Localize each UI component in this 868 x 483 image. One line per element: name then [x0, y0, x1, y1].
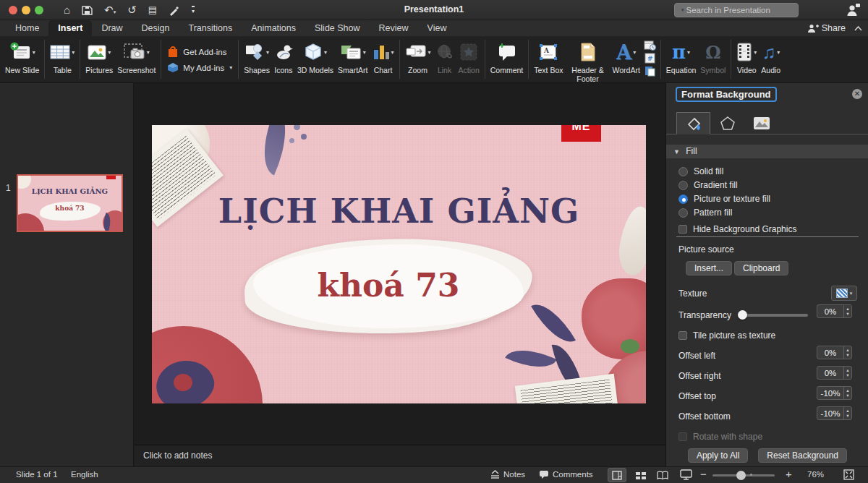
my-add-ins-button[interactable]: My Add-ins ▾: [167, 62, 232, 73]
minimize-window-button[interactable]: [22, 6, 30, 14]
zoom-slider-knob[interactable]: [736, 471, 746, 480]
3d-models-button[interactable]: ▾ 3D Models: [295, 38, 336, 75]
notes-toggle-button[interactable]: Notes: [490, 470, 525, 479]
tab-review[interactable]: Review: [370, 20, 418, 36]
search-box[interactable]: ▾: [674, 3, 799, 17]
checkbox-icon: [678, 225, 687, 234]
notes-area[interactable]: Click to add notes: [135, 445, 665, 466]
undo-button[interactable]: ↶▾: [104, 2, 116, 18]
shapes-button[interactable]: ▾ Shapes: [242, 38, 272, 75]
collapse-ribbon-icon[interactable]: [854, 26, 862, 31]
save-icon[interactable]: [82, 5, 93, 16]
table-button[interactable]: ▾ Table: [48, 38, 77, 75]
picture-source-label: Picture source: [678, 244, 734, 255]
offset-right-stepper[interactable]: 0%▲▼: [817, 366, 852, 380]
text-box-button[interactable]: A Text Box: [532, 38, 565, 75]
tile-picture-checkbox[interactable]: Tile picture as texture: [678, 330, 775, 341]
comment-button[interactable]: Comment: [488, 38, 526, 75]
tab-insert[interactable]: Insert: [48, 20, 92, 36]
insert-picture-button[interactable]: Insert...: [686, 261, 732, 275]
panel-divider: [676, 236, 859, 237]
hide-background-graphics-checkbox[interactable]: Hide Background Graphics: [678, 223, 796, 235]
transparency-stepper[interactable]: 0% ▲▼: [817, 304, 852, 318]
slide-subtitle-text[interactable]: khoá 73: [244, 267, 532, 304]
search-scope-arrow-icon[interactable]: ▾: [681, 7, 684, 13]
texture-label: Texture: [678, 288, 707, 299]
share-button[interactable]: Share: [807, 23, 846, 33]
comments-toggle-button[interactable]: Comments: [539, 470, 593, 479]
stepper-arrows-icon[interactable]: ▲▼: [843, 346, 851, 359]
video-button[interactable]: ▾ Video: [734, 38, 759, 75]
notes-placeholder: Click to add notes: [143, 450, 665, 461]
slide[interactable]: ME LỊCH KHAI GIẢNG khoá 73: [152, 125, 646, 403]
icons-button[interactable]: Icons: [272, 38, 295, 75]
stepper-arrows-icon[interactable]: ▲▼: [843, 407, 851, 419]
maximize-window-button[interactable]: [35, 6, 43, 14]
fit-to-window-button[interactable]: [843, 469, 854, 482]
pictures-button[interactable]: ▾ Pictures: [83, 38, 115, 75]
offset-left-stepper[interactable]: 0%▲▼: [817, 346, 852, 359]
slide-title-text[interactable]: LỊCH KHAI GIẢNG: [152, 192, 646, 231]
language-label[interactable]: English: [71, 470, 98, 479]
zoom-button[interactable]: ▾ Zoom: [403, 38, 433, 75]
account-icon[interactable]: [846, 3, 861, 17]
search-input[interactable]: [686, 6, 798, 14]
zoom-in-button[interactable]: +: [786, 468, 792, 480]
slide-number-icon[interactable]: #: [644, 53, 656, 64]
offset-top-stepper[interactable]: -10%▲▼: [817, 386, 852, 400]
slide-layout-icon[interactable]: ▤: [148, 2, 157, 18]
redo-button[interactable]: ↺: [127, 2, 137, 18]
tab-picture[interactable]: [744, 112, 778, 134]
clipboard-button[interactable]: Clipboard: [734, 261, 788, 275]
get-add-ins-button[interactable]: Get Add-ins: [167, 46, 232, 58]
chart-button[interactable]: ▾ Chart: [370, 38, 396, 75]
tab-animations[interactable]: Animations: [242, 20, 305, 36]
slide-sorter-view-button[interactable]: [631, 468, 650, 482]
stepper-arrows-icon[interactable]: ▲▼: [843, 367, 851, 379]
tab-design[interactable]: Design: [132, 20, 179, 36]
fill-section-header[interactable]: ▼ Fill: [666, 145, 868, 158]
tab-fill[interactable]: [676, 112, 710, 134]
tab-view[interactable]: View: [418, 20, 456, 36]
texture-dropdown[interactable]: ▾: [831, 286, 857, 301]
apply-to-all-button[interactable]: Apply to All: [688, 448, 748, 463]
date-time-icon[interactable]: [644, 40, 656, 51]
tab-draw[interactable]: Draw: [92, 20, 132, 36]
header-footer-button[interactable]: Header & Footer: [566, 38, 610, 84]
fill-option-solid[interactable]: Solid fill: [678, 166, 723, 177]
home-icon[interactable]: ⌂: [64, 2, 70, 18]
normal-view-button[interactable]: [608, 468, 626, 482]
stepper-arrows-icon[interactable]: ▲▼: [843, 305, 851, 317]
screenshot-button[interactable]: ▾ Screenshot: [115, 38, 158, 75]
tab-transitions[interactable]: Transitions: [179, 20, 242, 36]
tab-effects[interactable]: [710, 112, 744, 134]
offset-bottom-stepper[interactable]: -10%▲▼: [817, 406, 852, 420]
slider-knob[interactable]: [738, 310, 747, 320]
stepper-arrows-icon[interactable]: ▲▼: [843, 387, 851, 399]
transparency-slider[interactable]: [739, 314, 808, 317]
new-slide-button[interactable]: ▾ New Slide: [3, 38, 41, 75]
slide-thumbnail[interactable]: LỊCH KHAI GIẢNG khoá 73: [17, 174, 123, 232]
tab-home[interactable]: Home: [6, 20, 48, 36]
start-slideshow-button[interactable]: [680, 469, 692, 482]
wordart-button[interactable]: A ▾ WordArt: [610, 38, 642, 75]
customize-qat-icon[interactable]: ▾: [192, 6, 195, 14]
fill-option-gradient[interactable]: Gradient fill: [678, 179, 738, 191]
reading-view-button[interactable]: [653, 468, 672, 482]
tab-slide-show[interactable]: Slide Show: [305, 20, 370, 36]
zoom-out-button[interactable]: −: [700, 468, 707, 480]
close-window-button[interactable]: [9, 6, 17, 14]
smartart-button[interactable]: ▾ SmartArt: [336, 38, 370, 75]
format-pen-icon[interactable]: [169, 5, 180, 16]
audio-button[interactable]: ♫ ▾ Audio: [759, 38, 783, 75]
fit-to-window-icon: [843, 469, 854, 480]
fill-option-pattern[interactable]: Pattern fill: [678, 207, 732, 218]
object-icon[interactable]: [644, 66, 656, 77]
zoom-percentage[interactable]: 76%: [807, 470, 824, 479]
equation-button[interactable]: π ▾ Equation: [664, 38, 698, 75]
zoom-slides-icon: [405, 44, 427, 60]
reset-background-button[interactable]: Reset Background: [758, 448, 847, 463]
zoom-slider[interactable]: [712, 474, 775, 476]
close-panel-icon[interactable]: ✕: [852, 89, 862, 99]
fill-option-picture[interactable]: Picture or texture fill: [678, 193, 770, 205]
